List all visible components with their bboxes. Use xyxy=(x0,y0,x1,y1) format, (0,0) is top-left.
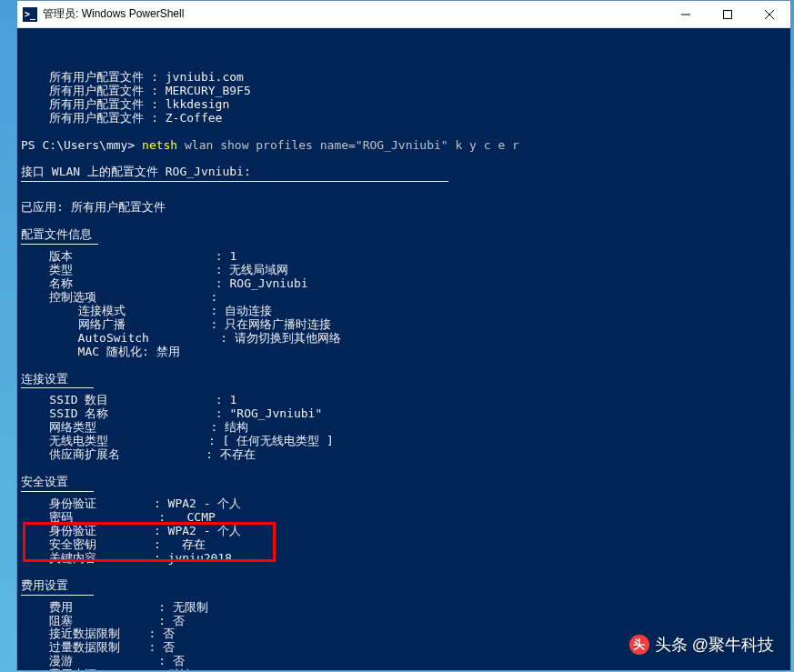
terminal-line xyxy=(21,152,787,165)
window-titlebar[interactable]: >_ 管理员: Windows PowerShell xyxy=(17,1,790,28)
terminal-content[interactable]: 所有用户配置文件 : jvniubi.com 所有用户配置文件 : MERCUR… xyxy=(17,28,790,670)
terminal-line: 连接模式 : 自动连接 xyxy=(21,305,787,318)
minimize-button[interactable] xyxy=(665,1,707,28)
terminal-line: 版本 : 1 xyxy=(21,250,787,264)
terminal-line: 安全密钥 : 存在 xyxy=(21,538,787,552)
terminal-line: 阻塞 : 否 xyxy=(21,615,787,628)
terminal-line: 类型 : 无线局域网 xyxy=(21,264,787,277)
terminal-line: SSID 数目 : 1 xyxy=(21,394,787,407)
terminal-line xyxy=(21,462,787,476)
powershell-window: >_ 管理员: Windows PowerShell 所有用户配置文件 : jv… xyxy=(16,0,791,671)
window-controls xyxy=(665,1,790,28)
terminal-line: 网络广播 : 只在网络广播时连接 xyxy=(21,318,787,332)
terminal-line: 身份验证 : WPA2 - 个人 xyxy=(21,525,787,538)
terminal-line: 安全设置 xyxy=(21,476,787,489)
terminal-line: SSID 名称 : "ROG_Jvniubi" xyxy=(21,407,787,421)
terminal-line: 供应商扩展名 : 不存在 xyxy=(21,448,787,462)
terminal-line: 关键内容 : jvniu2018 xyxy=(21,552,787,566)
section-divider xyxy=(21,181,448,182)
maximize-button[interactable] xyxy=(707,1,749,28)
svg-rect-1 xyxy=(724,10,732,18)
terminal-line: 所有用户配置文件 : MERCURY_B9F5 xyxy=(21,85,787,98)
watermark-text: 头条 @聚牛科技 xyxy=(655,634,774,656)
terminal-line xyxy=(21,215,787,228)
terminal-line: 接口 WLAN 上的配置文件 ROG_Jvniubi: xyxy=(21,165,787,179)
terminal-line: 漫游 : 否 xyxy=(21,655,787,668)
terminal-line: 费用 : 无限制 xyxy=(21,601,787,615)
terminal-line xyxy=(21,566,787,579)
section-divider xyxy=(21,244,98,245)
terminal-line xyxy=(21,125,787,139)
terminal-line: 配置文件信息 xyxy=(21,228,787,242)
terminal-line: PS C:\Users\mmy> netsh wlan show profile… xyxy=(21,139,787,153)
terminal-line: 连接设置 xyxy=(21,373,787,386)
terminal-line: 名称 : ROG_Jvniubi xyxy=(21,277,787,291)
section-divider xyxy=(21,387,94,388)
terminal-line: 费用来源 : 默认 xyxy=(21,668,787,670)
terminal-line: MAC 随机化: 禁用 xyxy=(21,346,787,359)
terminal-line: 密码 : CCMP xyxy=(21,511,787,525)
watermark: 头 头条 @聚牛科技 xyxy=(629,634,774,656)
terminal-line xyxy=(21,359,787,373)
terminal-line: 网络类型 : 结构 xyxy=(21,421,787,435)
terminal-line: 费用设置 xyxy=(21,579,787,593)
terminal-line: 控制选项 : xyxy=(21,291,787,305)
terminal-line: 身份验证 : WPA2 - 个人 xyxy=(21,497,787,511)
desktop-background xyxy=(0,0,16,672)
terminal-line: 已应用: 所有用户配置文件 xyxy=(21,201,787,215)
terminal-line: AutoSwitch : 请勿切换到其他网络 xyxy=(21,332,787,346)
terminal-line: 所有用户配置文件 : lkkdesign xyxy=(21,98,787,112)
terminal-line xyxy=(21,187,787,201)
section-divider xyxy=(21,595,94,596)
terminal-line: 所有用户配置文件 : Z-Coffee xyxy=(21,112,787,125)
powershell-icon: >_ xyxy=(23,7,37,22)
window-title: 管理员: Windows PowerShell xyxy=(43,6,665,22)
terminal-line: 无线电类型 : [ 任何无线电类型 ] xyxy=(21,435,787,448)
close-button[interactable] xyxy=(749,1,790,28)
section-divider xyxy=(21,491,94,492)
terminal-line: 所有用户配置文件 : jvniubi.com xyxy=(21,71,787,85)
watermark-icon: 头 xyxy=(629,635,649,655)
